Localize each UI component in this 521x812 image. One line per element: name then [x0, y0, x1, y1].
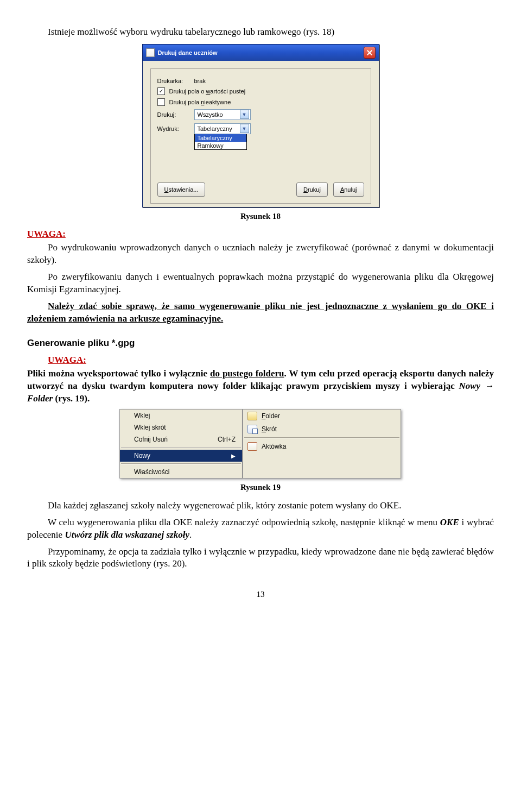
print-button[interactable]: Drukuj [296, 182, 328, 197]
shortcut-label: Ctrl+Z [218, 436, 236, 443]
dialog-title: Drukuj dane uczniów [158, 49, 218, 56]
printer-value: brak [194, 78, 206, 84]
paragraph-4: Pliki można wyeksportować tylko i wyłącz… [27, 368, 494, 405]
menu-cofnij[interactable]: Cofnij Usuń Ctrl+Z [120, 433, 242, 445]
app-icon [146, 48, 155, 57]
checkbox-inactive-label: Drukuj pola nieaktywne [169, 99, 231, 105]
settings-button[interactable]: Ustawienia... [157, 182, 206, 197]
shortcut-icon [247, 425, 257, 433]
option-tabelaryczny[interactable]: Tabelaryczny [195, 134, 246, 142]
menu-wklej-skrot[interactable]: Wklej skrót [120, 421, 242, 433]
submenu-nowy: Folder Skrót Aktówka [243, 409, 401, 479]
submenu-folder[interactable]: Folder [243, 410, 401, 423]
printer-label: Drukarka: [157, 78, 190, 84]
uwaga-1-text: Po wydrukowaniu wprowadzonych danych o u… [27, 242, 494, 267]
paragraph-5: Dla każdej zgłaszanej szkoły należy wyge… [27, 500, 494, 512]
chevron-down-icon: ▼ [240, 110, 249, 119]
context-menu: Wklej Wklej skrót Cofnij Usuń Ctrl+Z Now… [119, 409, 243, 479]
briefcase-icon [247, 442, 257, 451]
page-number: 13 [27, 589, 494, 600]
section-title: Generowanie pliku *.gpg [27, 337, 494, 350]
menu-separator [121, 447, 241, 448]
menu-wlasciwosci[interactable]: Właściwości [120, 466, 242, 478]
menu-nowy[interactable]: Nowy ▶ [120, 450, 242, 462]
drukuj-select[interactable]: Wszystko ▼ [194, 109, 251, 120]
wydruk-label: Wydruk: [157, 125, 190, 132]
submenu-aktowka[interactable]: Aktówka [243, 440, 401, 453]
drukuj-label: Drukuj: [157, 111, 190, 118]
wydruk-select[interactable]: Tabelaryczny ▼ [194, 123, 251, 134]
folder-icon [247, 412, 257, 420]
paragraph-6: W celu wygenerowania pliku dla OKE należ… [27, 517, 494, 542]
print-dialog: Drukuj dane uczniów Drukarka: brak Druku… [142, 44, 379, 207]
checkbox-empty-label: Drukuj pola o wartości pustej [169, 88, 246, 95]
paragraph-3: Należy zdać sobie sprawę, że samo wygene… [27, 300, 494, 325]
checkbox-empty-fields[interactable] [157, 87, 165, 95]
figure-19-caption: Rysunek 19 [27, 482, 494, 493]
context-menu-screenshot: Wklej Wklej skrót Cofnij Usuń Ctrl+Z Now… [119, 409, 402, 479]
uwaga-2-label: UWAGA: [48, 355, 86, 365]
figure-18-caption: Rysunek 18 [27, 211, 494, 222]
paragraph-intro: Istnieje możliwość wyboru wydruku tabela… [27, 26, 494, 39]
menu-wklej[interactable]: Wklej [120, 410, 242, 421]
wydruk-dropdown: Tabelaryczny Ramkowy [194, 134, 247, 150]
option-ramkowy[interactable]: Ramkowy [195, 142, 246, 149]
submenu-skrot[interactable]: Skrót [243, 423, 401, 436]
paragraph-7: Przypominamy, że opcja ta zadziała tylko… [27, 546, 494, 571]
uwaga-1-label: UWAGA: [27, 229, 66, 239]
cancel-button[interactable]: Anuluj [333, 182, 364, 197]
chevron-down-icon: ▼ [240, 124, 249, 133]
submenu-separator [244, 437, 399, 438]
checkbox-inactive-fields[interactable] [157, 98, 165, 106]
chevron-right-icon: ▶ [231, 453, 236, 459]
menu-separator [121, 463, 241, 464]
paragraph-2: Po zweryfikowaniu danych i ewentualnych … [27, 271, 494, 296]
close-icon[interactable] [364, 47, 376, 59]
titlebar: Drukuj dane uczniów [143, 45, 379, 61]
